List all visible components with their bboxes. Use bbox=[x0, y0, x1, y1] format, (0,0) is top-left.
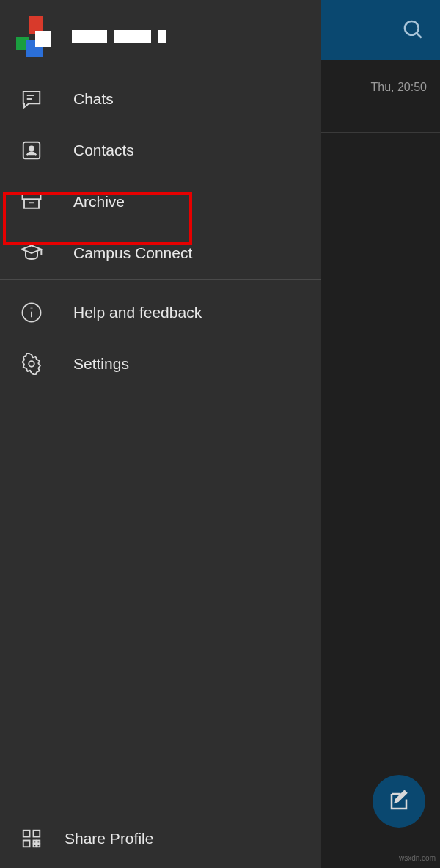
svg-line-1 bbox=[417, 33, 422, 38]
svg-rect-16 bbox=[34, 841, 37, 844]
menu-label: Help and feedback bbox=[73, 304, 202, 321]
archive-icon bbox=[19, 189, 44, 214]
menu-label: Campus Connect bbox=[73, 244, 192, 262]
background-content-area: Thu, 20:50 bbox=[321, 0, 440, 868]
profile-name bbox=[72, 30, 166, 43]
svg-rect-14 bbox=[34, 831, 40, 837]
menu-label: Contacts bbox=[73, 142, 134, 159]
menu-label: Chats bbox=[73, 90, 114, 108]
menu-item-chats[interactable]: Chats bbox=[0, 73, 321, 125]
navigation-drawer: Chats Contacts Archive bbox=[0, 0, 321, 868]
app-logo bbox=[16, 16, 57, 57]
svg-rect-18 bbox=[34, 845, 37, 847]
info-icon bbox=[19, 300, 44, 325]
menu-item-campus-connect[interactable]: Campus Connect bbox=[0, 227, 321, 279]
search-button[interactable] bbox=[402, 18, 425, 45]
menu-label: Settings bbox=[73, 355, 129, 373]
footer-label: Share Profile bbox=[65, 830, 153, 847]
menu-section-secondary: Help and feedback Settings bbox=[0, 280, 321, 390]
svg-rect-17 bbox=[37, 845, 40, 847]
gear-icon bbox=[19, 351, 44, 376]
svg-rect-15 bbox=[23, 841, 30, 847]
campus-icon bbox=[19, 241, 44, 266]
background-divider bbox=[321, 132, 440, 133]
menu-item-contacts[interactable]: Contacts bbox=[0, 125, 321, 176]
timestamp: Thu, 20:50 bbox=[371, 81, 428, 94]
menu-item-archive[interactable]: Archive bbox=[0, 176, 321, 227]
contacts-icon bbox=[19, 138, 44, 163]
compose-fab[interactable] bbox=[373, 775, 425, 828]
chat-icon bbox=[19, 87, 44, 112]
svg-rect-6 bbox=[23, 194, 41, 199]
share-profile-button[interactable]: Share Profile bbox=[0, 809, 321, 868]
svg-point-0 bbox=[405, 21, 419, 35]
svg-rect-19 bbox=[37, 841, 40, 844]
drawer-header[interactable] bbox=[0, 0, 321, 73]
qr-code-icon bbox=[19, 826, 44, 851]
menu-label: Archive bbox=[73, 193, 125, 211]
menu-item-help[interactable]: Help and feedback bbox=[0, 287, 321, 338]
menu-item-settings[interactable]: Settings bbox=[0, 338, 321, 390]
menu-section-primary: Chats Contacts Archive bbox=[0, 73, 321, 279]
compose-icon bbox=[388, 790, 410, 812]
svg-rect-13 bbox=[23, 831, 30, 837]
svg-point-5 bbox=[29, 146, 34, 150]
svg-point-12 bbox=[29, 361, 34, 367]
search-icon bbox=[402, 18, 425, 42]
watermark: wsxdn.com bbox=[399, 854, 436, 862]
